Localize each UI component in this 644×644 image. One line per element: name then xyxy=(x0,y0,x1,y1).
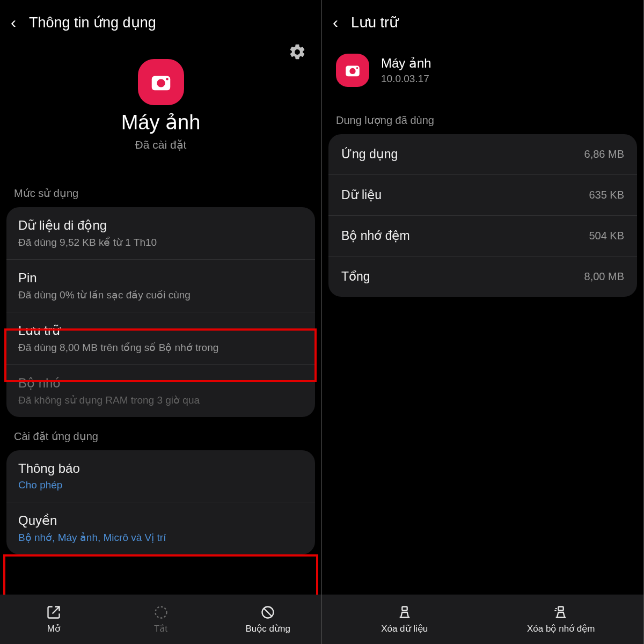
kv-cache: Bộ nhớ đệm 504 KB xyxy=(328,216,637,257)
app-name: Máy ảnh xyxy=(381,56,431,71)
row-title: Bộ nhớ xyxy=(18,376,303,391)
back-icon[interactable]: ‹ xyxy=(11,14,16,31)
app-settings-card: Thông báo Cho phép Quyền Bộ nhớ, Máy ảnh… xyxy=(6,450,315,554)
bottom-bar-right: Xóa dữ liệu Xóa bộ nhớ đệm xyxy=(322,595,643,644)
row-title: Lưu trữ xyxy=(18,323,303,338)
kv-val: 8,00 MB xyxy=(584,270,624,283)
page-title: Thông tin ứng dụng xyxy=(29,14,156,31)
open-label: Mở xyxy=(47,623,60,634)
header-right: ‹ Lưu trữ xyxy=(322,0,643,43)
bottom-bar-left: Mở Tắt Buộc dừng xyxy=(0,595,321,644)
kv-key: Ứng dụng xyxy=(341,147,398,162)
row-sub: Cho phép xyxy=(18,479,303,491)
force-stop-button[interactable]: Buộc dừng xyxy=(214,605,321,634)
section-used: Dung lượng đã dùng xyxy=(322,97,643,134)
page-title: Lưu trữ xyxy=(351,14,398,31)
kv-total: Tổng 8,00 MB xyxy=(328,257,637,297)
svg-line-5 xyxy=(264,609,272,616)
usage-card: Dữ liệu di động Đã dùng 9,52 KB kể từ 1 … xyxy=(6,207,315,417)
svg-rect-10 xyxy=(559,607,564,611)
storage-card: Ứng dụng 6,86 MB Dữ liệu 635 KB Bộ nhớ đ… xyxy=(328,134,637,297)
app-status: Đã cài đặt xyxy=(0,138,321,151)
kv-val: 635 KB xyxy=(589,189,624,201)
row-title: Pin xyxy=(18,270,303,286)
row-title: Quyền xyxy=(18,513,303,528)
header-left: ‹ Thông tin ứng dụng xyxy=(0,0,321,43)
row-sub: Đã dùng 9,52 KB kể từ 1 Th10 xyxy=(18,236,303,248)
row-sub: Bộ nhớ, Máy ảnh, Micrô và Vị trí xyxy=(18,531,303,544)
back-icon[interactable]: ‹ xyxy=(333,14,338,31)
gear-icon[interactable] xyxy=(288,43,306,63)
app-name: Máy ảnh xyxy=(0,111,321,134)
kv-app: Ứng dụng 6,86 MB xyxy=(328,134,637,175)
kv-key: Dữ liệu xyxy=(341,188,382,202)
svg-point-2 xyxy=(166,78,169,80)
force-stop-label: Buộc dừng xyxy=(245,623,290,634)
row-notifications[interactable]: Thông báo Cho phép xyxy=(6,450,315,502)
svg-point-8 xyxy=(356,67,358,69)
row-sub: Đã không sử dụng RAM trong 3 giờ qua xyxy=(18,394,303,406)
row-sub: Đã dùng 8,00 MB trên tổng số Bộ nhớ tron… xyxy=(18,341,303,354)
app-icon xyxy=(336,54,369,87)
clear-data-label: Xóa dữ liệu xyxy=(381,623,428,634)
kv-val: 504 KB xyxy=(589,230,624,242)
app-version: 10.0.03.17 xyxy=(381,73,431,85)
clear-cache-label: Xóa bộ nhớ đệm xyxy=(527,623,595,634)
clear-cache-button[interactable]: Xóa bộ nhớ đệm xyxy=(487,605,635,634)
row-storage[interactable]: Lưu trữ Đã dùng 8,00 MB trên tổng số Bộ … xyxy=(6,312,315,365)
svg-point-7 xyxy=(349,68,355,74)
clear-data-button[interactable]: Xóa dữ liệu xyxy=(331,605,479,634)
svg-rect-9 xyxy=(402,607,407,611)
kv-key: Bộ nhớ đệm xyxy=(341,229,410,243)
row-title: Dữ liệu di động xyxy=(18,218,303,233)
svg-point-3 xyxy=(155,607,166,618)
row-mobile-data[interactable]: Dữ liệu di động Đã dùng 9,52 KB kể từ 1 … xyxy=(6,207,315,260)
kv-val: 6,86 MB xyxy=(584,148,624,160)
row-memory[interactable]: Bộ nhớ Đã không sử dụng RAM trong 3 giờ … xyxy=(6,365,315,417)
app-icon xyxy=(138,59,184,105)
kv-key: Tổng xyxy=(341,269,370,284)
svg-point-1 xyxy=(157,79,165,87)
row-permissions[interactable]: Quyền Bộ nhớ, Máy ảnh, Micrô và Vị trí xyxy=(6,502,315,554)
section-usage: Mức sử dụng xyxy=(0,167,321,207)
row-title: Thông báo xyxy=(18,461,303,476)
app-hero: Máy ảnh Đã cài đặt xyxy=(0,43,321,167)
kv-data: Dữ liệu 635 KB xyxy=(328,175,637,216)
section-app-settings: Cài đặt ứng dụng xyxy=(0,417,321,450)
disable-label: Tắt xyxy=(154,623,167,634)
row-battery[interactable]: Pin Đã dùng 0% từ lần sạc đầy cuối cùng xyxy=(6,260,315,312)
app-row: Máy ảnh 10.0.03.17 xyxy=(322,43,643,97)
row-sub: Đã dùng 0% từ lần sạc đầy cuối cùng xyxy=(18,289,303,301)
open-button[interactable]: Mở xyxy=(0,605,107,634)
disable-button[interactable]: Tắt xyxy=(107,605,215,634)
